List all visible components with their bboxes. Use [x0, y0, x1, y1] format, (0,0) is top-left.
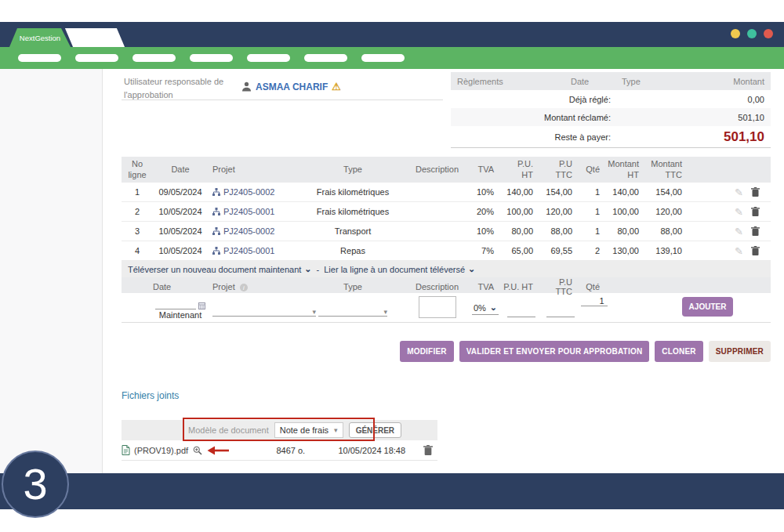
template-value: Note de frais: [280, 425, 328, 435]
maximize-dot[interactable]: [747, 29, 757, 38]
cell-date: 10/05/2024: [153, 241, 208, 260]
delete-icon[interactable]: [751, 226, 760, 236]
project-link[interactable]: PJ2405-0001: [223, 246, 274, 255]
form-header: Date Projet i Type Description TVA P.U. …: [122, 277, 771, 293]
qte-input[interactable]: 1: [581, 296, 608, 306]
preview-magnifier-icon[interactable]: [193, 446, 202, 455]
reglements-col-montant: Montant: [690, 77, 771, 86]
attachment-date: 10/05/2024 18:48: [305, 446, 405, 455]
delete-attachment-icon[interactable]: [423, 445, 433, 455]
minimize-dot[interactable]: [731, 29, 740, 38]
divider: [122, 100, 443, 100]
project-icon: [212, 247, 220, 255]
summary-row-montant-reclame: Montant réclamé: 501,10: [451, 108, 771, 126]
description-field: [408, 293, 466, 318]
reglements-header: Règlements Date Type Montant: [451, 72, 771, 90]
table-row: 4 10/05/2024 PJ2405-0001 Repas 7% 65,00 …: [122, 241, 771, 261]
cell-montant-ttc: 120,00: [647, 202, 690, 221]
upload-label: Téléverser un nouveau document maintenan…: [128, 265, 301, 274]
nav-item-placeholder[interactable]: [190, 54, 233, 62]
pu-ttc-input[interactable]: [546, 306, 575, 317]
link-document-toggle[interactable]: Lier la ligne à un document téléversé ⌄: [324, 264, 475, 274]
col-tva: TVA: [466, 157, 502, 183]
cell-description: [408, 202, 466, 221]
attachments-title: Fichiers joints: [122, 390, 179, 401]
modify-button[interactable]: MODIFIER: [400, 341, 454, 362]
delete-icon[interactable]: [751, 246, 760, 255]
cell-qte: 2: [580, 241, 608, 260]
col-qte: Qté: [580, 157, 608, 183]
pu-ttc-field: [541, 293, 580, 317]
attachment-link[interactable]: (PROV19).pdf: [134, 446, 188, 455]
reglements-title: Règlements: [451, 77, 564, 86]
reglements-col-date: Date: [564, 77, 615, 86]
col-projet: Projet i: [208, 282, 298, 292]
close-dot[interactable]: [764, 29, 773, 38]
project-link[interactable]: PJ2405-0002: [223, 187, 274, 197]
tva-select[interactable]: 0% ⌄: [472, 302, 499, 315]
brand-tab[interactable]: NextGestion: [9, 28, 71, 47]
date-field: Maintenant: [153, 293, 208, 320]
cell-tva: 10%: [466, 222, 502, 241]
cell-pu-ttc: 88,00: [541, 222, 580, 241]
table-row: 1 09/05/2024 PJ2405-0002 Frais kilométri…: [122, 183, 771, 202]
tva-value: 0%: [474, 303, 486, 313]
cell-no: 3: [122, 222, 153, 241]
col-pu-ttc: P.U TTC: [541, 157, 580, 183]
cell-type: Transport: [298, 222, 408, 241]
window-titlebar: NextGestion: [0, 22, 784, 47]
project-link[interactable]: PJ2405-0002: [223, 226, 274, 236]
clone-button[interactable]: CLONER: [655, 341, 702, 362]
template-select[interactable]: Note de frais ▾: [274, 422, 343, 438]
col-description: Description: [408, 157, 466, 183]
pu-ht-input[interactable]: [507, 306, 535, 317]
generate-button[interactable]: GÉNÉRER: [349, 422, 401, 438]
project-icon: [212, 188, 220, 196]
delete-button[interactable]: SUPPRIMER: [709, 341, 771, 362]
nav-item-placeholder[interactable]: [304, 54, 347, 62]
cell-projet: PJ2405-0001: [208, 241, 298, 260]
chevron-down-icon: ⌄: [304, 264, 311, 274]
separator: -: [317, 265, 320, 274]
edit-icon[interactable]: ✎: [735, 206, 743, 218]
user-icon: [241, 81, 252, 92]
cell-montant-ht: 80,00: [608, 222, 647, 241]
col-montant-ttc: Montant TTC: [647, 157, 690, 183]
validate-send-button[interactable]: VALIDER ET ENVOYER POUR APPROBATION: [459, 341, 650, 362]
date-input[interactable]: [155, 298, 196, 309]
delete-icon[interactable]: [751, 187, 760, 197]
approver-name-link[interactable]: ASMAA CHARIF: [256, 81, 328, 92]
type-field: ▾: [298, 293, 408, 317]
upload-new-document-toggle[interactable]: Téléverser un nouveau document maintenan…: [128, 264, 312, 274]
annotation-arrow-icon: [206, 446, 230, 455]
project-link[interactable]: PJ2405-0001: [223, 207, 274, 216]
cell-montant-ttc: 139,10: [647, 241, 690, 260]
step-number: 3: [23, 462, 47, 506]
summary-value: 0,00: [617, 95, 771, 104]
projet-field: ▾: [208, 293, 298, 317]
cell-actions: ✎: [690, 222, 771, 241]
edit-icon[interactable]: ✎: [735, 226, 743, 237]
nav-item-placeholder[interactable]: [361, 54, 405, 62]
summary-row-deja-regle: Déjà réglé: 0,00: [451, 90, 771, 108]
nav-item-placeholder[interactable]: [75, 54, 118, 62]
description-textarea[interactable]: [419, 296, 456, 318]
type-select[interactable]: ▾: [318, 304, 387, 317]
cell-no: 2: [122, 202, 153, 221]
datetime-picker-icon[interactable]: [198, 302, 205, 309]
cell-pu-ht: 100,00: [502, 202, 541, 221]
tva-field: 0% ⌄: [466, 293, 502, 315]
cell-actions: ✎: [690, 183, 771, 201]
nav-item-placeholder[interactable]: [132, 54, 176, 62]
edit-icon[interactable]: ✎: [735, 245, 743, 257]
nav-item-placeholder[interactable]: [247, 54, 290, 62]
add-line-button[interactable]: AJOUTER: [682, 297, 733, 317]
edit-icon[interactable]: ✎: [735, 186, 743, 198]
ghost-tab[interactable]: [65, 28, 125, 47]
delete-icon[interactable]: [751, 207, 760, 216]
summary-value-total: 501,10: [617, 129, 771, 145]
nav-item-placeholder[interactable]: [18, 54, 61, 62]
cell-projet: PJ2405-0001: [208, 202, 298, 221]
cell-qte: 1: [580, 222, 608, 241]
cell-pu-ttc: 120,00: [541, 202, 580, 221]
